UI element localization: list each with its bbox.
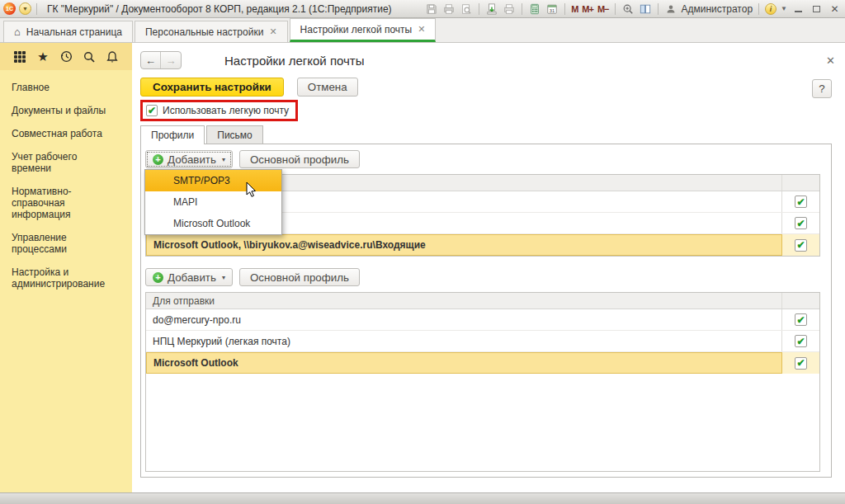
main-receive-profile-button[interactable]: Основной профиль [239,150,360,168]
memory-m-minus-button[interactable]: M− [597,4,609,14]
maximize-button[interactable] [810,2,824,15]
calculator-icon[interactable] [528,2,541,16]
save-icon[interactable] [425,2,438,16]
add-send-profile-button[interactable]: + Добавить ▾ [145,268,233,286]
window-titlebar: 1С ▼ ГК "Меркурий" / Документооборот 8 К… [0,0,845,18]
sidebar-item-documents[interactable]: Документы и файлы [12,105,119,116]
main-area: ← → Настройки легкой почты ✕ Сохранить н… [132,43,845,492]
add-profile-dropdown-menu: SMTP/POP3 MAPI Microsoft Outlook [144,169,282,235]
save-settings-button[interactable]: Сохранить настройки [140,78,284,97]
sidebar-item-administration[interactable]: Настройка и администрирование [12,266,119,290]
form-tab-bar: Профили Письмо [140,125,845,144]
profiles-panel: + Добавить ▾ Основной профиль ✔ [140,144,832,478]
favorites-star-icon[interactable]: ★ [35,49,51,65]
history-icon[interactable] [58,49,74,65]
plus-icon: + [153,154,163,165]
tab-home[interactable]: ⌂ Начальная страница [3,21,133,42]
user-icon [664,2,677,16]
current-user-label: Администратор [682,3,753,15]
row-checkbox[interactable]: ✔ [795,357,807,370]
row-checkbox[interactable]: ✔ [795,217,807,229]
menu-item-smtp-pop3[interactable]: SMTP/POP3 [145,170,281,191]
print-preview-icon[interactable] [460,2,473,16]
print-icon[interactable] [442,2,456,16]
row-checkbox[interactable]: ✔ [795,195,807,208]
plus-icon: + [153,272,163,283]
table-header-row: Для отправки [146,293,819,309]
help-button[interactable]: ? [812,79,832,98]
page-title: Настройки легкой почты [224,54,365,68]
menu-item-microsoft-outlook[interactable]: Microsoft Outlook [145,213,281,234]
divider [758,3,759,15]
sidebar-item-main[interactable]: Главное [12,82,119,93]
print-file-icon[interactable] [503,2,516,16]
sidebar-item-collaboration[interactable]: Совместная работа [12,128,119,139]
forward-button[interactable]: → [161,52,181,68]
window-title: ГК "Меркурий" / Документооборот 8 КОРП, … [47,3,392,15]
divider [479,3,479,15]
tab-light-mail-settings[interactable]: Настройки легкой почты ✕ [290,18,437,42]
main-send-profile-button[interactable]: Основной профиль [239,268,360,286]
table-row[interactable]: do@mercury-npo.ru ✔ [146,309,819,331]
minimize-button[interactable] [791,2,805,15]
use-light-mail-checkbox[interactable]: ✔ [146,105,158,116]
load-file-icon[interactable] [485,2,498,16]
chevron-down-icon: ▾ [222,156,225,163]
sidebar-item-reference-info[interactable]: Нормативно-справочная информация [12,186,119,220]
zoom-icon[interactable] [621,2,635,16]
home-icon: ⌂ [14,26,21,37]
divider [36,3,37,15]
table-row[interactable]: НПЦ Меркурий (легкая почта) ✔ [146,331,819,352]
memory-m-button[interactable]: M [571,4,578,14]
main-menu-button[interactable]: ▼ [19,2,31,15]
close-tab-icon[interactable]: ✕ [269,26,276,37]
tab-personal-settings[interactable]: Персональные настройки ✕ [135,21,288,42]
mouse-cursor-icon [246,181,257,198]
row-checkbox[interactable]: ✔ [795,335,807,347]
table-row-selected[interactable]: Microsoft Outlook, \\biryukov.a@wiseadvi… [146,234,819,256]
svg-text:31: 31 [550,7,555,12]
sidebar-item-time-tracking[interactable]: Учет рабочего времени [12,151,119,174]
app-logo-1c-icon: 1С [3,2,16,15]
notifications-bell-icon[interactable] [104,49,120,65]
memory-m-plus-button[interactable]: M+ [582,4,593,14]
status-bar [0,492,845,504]
tab-letter[interactable]: Письмо [206,125,263,144]
chevron-down-icon[interactable]: ▼ [781,5,787,12]
tab-profiles[interactable]: Профили [140,125,205,144]
sections-menu-icon[interactable] [12,49,28,65]
nav-history-buttons: ← → [140,51,182,69]
use-light-mail-label: Использовать легкую почту [163,105,289,116]
cancel-button[interactable]: Отмена [297,78,358,97]
menu-item-mapi[interactable]: MAPI [145,191,281,213]
form-close-icon[interactable]: ✕ [826,54,835,67]
add-receive-profile-button[interactable]: + Добавить ▾ [145,150,233,168]
sidebar-item-process-management[interactable]: Управление процессами [12,232,119,255]
chevron-down-icon: ▾ [222,274,225,281]
close-button[interactable]: ✕ [828,2,842,15]
row-checkbox[interactable]: ✔ [795,313,807,326]
close-tab-icon[interactable]: ✕ [418,24,425,35]
row-checkbox[interactable]: ✔ [795,239,807,252]
calendar-icon[interactable]: 31 [545,2,559,16]
app-tab-bar: ⌂ Начальная страница Персональные настро… [0,18,845,43]
divider [522,3,522,15]
search-icon[interactable] [81,49,97,65]
send-profiles-table: Для отправки do@mercury-npo.ru ✔ НПЦ Мер… [145,292,820,472]
back-button[interactable]: ← [141,52,161,68]
annotation-red-frame: ✔ Использовать легкую почту [140,100,298,121]
table-row-selected[interactable]: Microsoft Outlook ✔ [146,352,819,374]
split-view-icon[interactable] [639,2,652,16]
info-icon[interactable]: i [765,3,777,15]
divider [658,3,659,15]
sidebar: ★ Главное Документы и файлы Совместная р… [0,43,132,492]
divider [564,3,565,15]
divider [615,3,616,15]
